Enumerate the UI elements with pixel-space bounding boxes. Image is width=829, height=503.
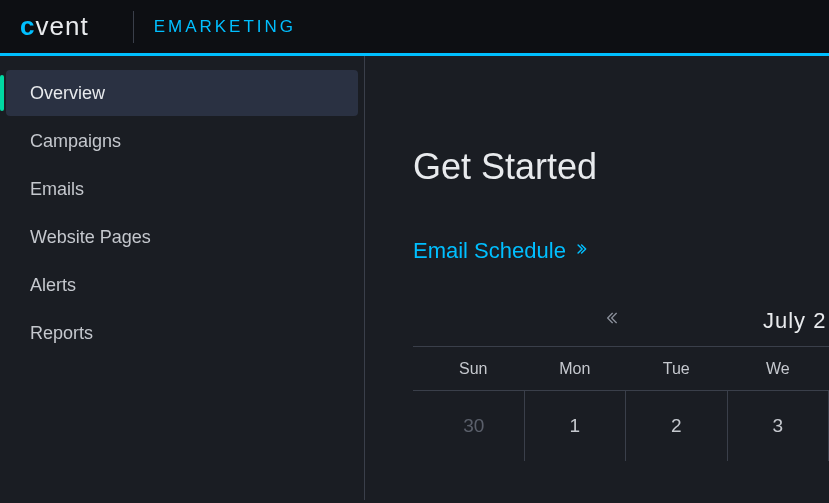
sidebar-item-label: Emails — [30, 179, 84, 200]
sidebar-item-reports[interactable]: Reports — [6, 310, 358, 356]
logo-prefix: c — [20, 11, 35, 42]
logo-suffix: vent — [35, 11, 88, 42]
sidebar-item-campaigns[interactable]: Campaigns — [6, 118, 358, 164]
calendar-day-headers: Sun Mon Tue We — [413, 347, 829, 391]
calendar: July 2 Sun Mon Tue We 30 1 2 3 — [413, 304, 829, 461]
sidebar-item-alerts[interactable]: Alerts — [6, 262, 358, 308]
sidebar-item-label: Website Pages — [30, 227, 151, 248]
calendar-date-cell[interactable]: 30 — [423, 391, 525, 461]
calendar-header: July 2 — [413, 305, 829, 347]
sidebar-item-label: Campaigns — [30, 131, 121, 152]
calendar-prev-button[interactable] — [593, 310, 633, 331]
calendar-row: 30 1 2 3 — [413, 391, 829, 461]
sidebar: Overview Campaigns Emails Website Pages … — [0, 56, 365, 500]
product-name: EMARKETING — [154, 17, 296, 37]
sidebar-item-label: Overview — [30, 83, 105, 104]
app-header: cvent EMARKETING — [0, 0, 829, 56]
sidebar-item-overview[interactable]: Overview — [6, 70, 358, 116]
sidebar-item-label: Alerts — [30, 275, 76, 296]
content: Overview Campaigns Emails Website Pages … — [0, 56, 829, 500]
calendar-day-header: We — [728, 360, 830, 378]
calendar-date-cell[interactable]: 2 — [626, 391, 727, 461]
calendar-date-cell[interactable]: 3 — [728, 391, 829, 461]
page-title: Get Started — [413, 146, 829, 188]
header-divider — [133, 11, 134, 43]
section-link-label: Email Schedule — [413, 238, 566, 264]
calendar-day-header: Tue — [626, 360, 728, 378]
calendar-date-cell[interactable]: 1 — [525, 391, 626, 461]
main-content: Get Started Email Schedule July 2 Sun Mo… — [365, 56, 829, 500]
sidebar-item-emails[interactable]: Emails — [6, 166, 358, 212]
sidebar-item-website-pages[interactable]: Website Pages — [6, 214, 358, 260]
calendar-day-header: Sun — [423, 360, 525, 378]
calendar-month-label: July 2 — [763, 308, 826, 334]
logo[interactable]: cvent — [20, 11, 89, 42]
calendar-day-header: Mon — [525, 360, 627, 378]
sidebar-item-label: Reports — [30, 323, 93, 344]
email-schedule-link[interactable]: Email Schedule — [413, 238, 588, 264]
chevron-right-double-icon — [574, 242, 588, 260]
